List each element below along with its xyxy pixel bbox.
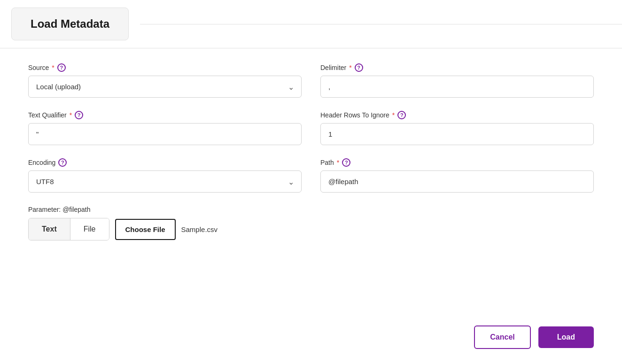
source-select-wrapper: Local (upload) Remote URL Database ⌄ (28, 76, 302, 98)
form-body: Source * ? Local (upload) Remote URL Dat… (0, 48, 622, 263)
text-qualifier-label-text: Text Qualifier (28, 111, 67, 119)
encoding-select[interactable]: UTF8 UTF-16 ASCII ISO-8859-1 (28, 170, 302, 193)
row-qualifier-headerrows: Text Qualifier * ? Header Rows To Ignore… (28, 111, 594, 145)
encoding-help-icon[interactable]: ? (58, 158, 67, 167)
path-input[interactable] (320, 170, 594, 193)
source-required: * (52, 64, 54, 71)
header-rows-required: * (392, 111, 395, 119)
load-button[interactable]: Load (538, 326, 594, 348)
source-label: Source * ? (28, 63, 302, 72)
text-qualifier-label: Text Qualifier * ? (28, 111, 302, 119)
delimiter-label-text: Delimiter (320, 64, 346, 71)
source-group: Source * ? Local (upload) Remote URL Dat… (28, 63, 302, 98)
path-group: Path * ? (320, 158, 594, 193)
delimiter-help-icon[interactable]: ? (355, 63, 363, 72)
parameter-section: Parameter: @filepath Text File Choose Fi… (28, 206, 594, 240)
delimiter-required: * (349, 64, 351, 71)
header-divider (140, 24, 622, 24)
encoding-label-text: Encoding (28, 159, 55, 166)
row-encoding-path: Encoding ? UTF8 UTF-16 ASCII ISO-8859-1 … (28, 158, 594, 193)
text-qualifier-input[interactable] (28, 123, 302, 145)
parameter-label: Parameter: @filepath (28, 206, 594, 213)
source-label-text: Source (28, 64, 49, 71)
file-name-label: Sample.csv (181, 225, 218, 233)
dialog-header: Load Metadata (0, 0, 622, 48)
path-help-icon[interactable]: ? (342, 158, 350, 167)
parameter-controls: Text File Choose File Sample.csv (28, 218, 594, 240)
delimiter-group: Delimiter * ? (320, 63, 594, 98)
delimiter-input[interactable] (320, 76, 594, 98)
header-rows-input[interactable] (320, 123, 594, 145)
title-box: Load Metadata (11, 8, 129, 40)
parameter-toggle-group: Text File (28, 218, 109, 240)
encoding-group: Encoding ? UTF8 UTF-16 ASCII ISO-8859-1 … (28, 158, 302, 193)
header-rows-label: Header Rows To Ignore * ? (320, 111, 594, 119)
dialog-title: Load Metadata (31, 17, 109, 31)
source-select[interactable]: Local (upload) Remote URL Database (28, 76, 302, 98)
encoding-label: Encoding ? (28, 158, 302, 167)
encoding-select-wrapper: UTF8 UTF-16 ASCII ISO-8859-1 ⌄ (28, 170, 302, 193)
text-qualifier-group: Text Qualifier * ? (28, 111, 302, 145)
path-label: Path * ? (320, 158, 594, 167)
toggle-file-button[interactable]: File (70, 218, 109, 240)
dialog-footer: Cancel Load (474, 325, 594, 349)
path-label-text: Path (320, 159, 334, 166)
row-source-delimiter: Source * ? Local (upload) Remote URL Dat… (28, 63, 594, 98)
text-qualifier-help-icon[interactable]: ? (75, 111, 83, 119)
toggle-text-button[interactable]: Text (29, 218, 70, 240)
cancel-button[interactable]: Cancel (474, 325, 530, 349)
delimiter-label: Delimiter * ? (320, 63, 594, 72)
header-rows-group: Header Rows To Ignore * ? (320, 111, 594, 145)
header-rows-label-text: Header Rows To Ignore (320, 111, 389, 119)
choose-file-button[interactable]: Choose File (115, 219, 176, 240)
load-metadata-dialog: Load Metadata Source * ? Local (upload) … (0, 0, 622, 364)
text-qualifier-required: * (70, 111, 72, 119)
path-required: * (337, 159, 339, 166)
source-help-icon[interactable]: ? (57, 63, 66, 72)
header-rows-help-icon[interactable]: ? (397, 111, 406, 119)
